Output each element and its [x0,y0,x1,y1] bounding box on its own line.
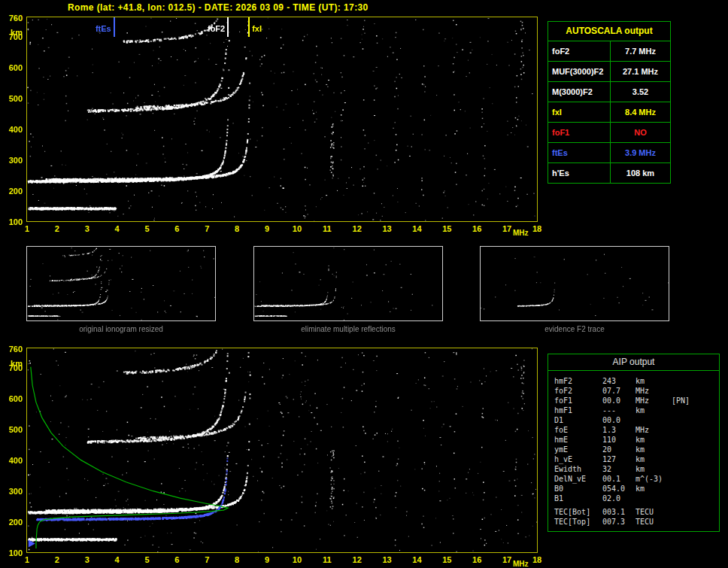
marker-fxI-line [248,17,250,37]
aip-row-Ewidth: Ewidth32km [554,464,719,474]
aip-row-label: B0 [554,484,602,494]
y-tick-label: 760 [2,345,23,354]
aip-row-value: --- [602,405,635,415]
aip-row-label: DelN_vE [554,474,602,484]
x-tick-label: 2 [50,555,64,564]
aip-row-value: 127 [602,454,635,464]
thumbnail-canvas-2 [254,247,442,320]
x-tick-label: 13 [381,555,394,564]
aip-row-unit: km [635,405,672,415]
x-tick-label: 10 [290,224,304,233]
aip-row-label: hmF1 [554,405,602,415]
aip-row-extra [672,507,719,517]
bottom-ionogram-panel [26,348,538,553]
aip-row-unit: MHz [635,396,672,405]
aip-row-ymE: ymE20km [554,445,719,454]
aip-row-label: hmE [554,435,602,445]
x-tick-label: 15 [440,224,453,233]
y-tick-label: 300 [2,156,23,165]
aip-row-value: 007.3 [602,517,635,527]
aip-row-unit: km [635,484,672,494]
aip-row-B0: B0054.0km [554,484,719,494]
x-tick-label: 11 [320,224,334,233]
aip-row-extra [672,376,719,386]
x-tick-label: 15 [440,555,453,564]
aip-row-extra [672,386,719,396]
x-tick-label: 10 [290,555,304,564]
y-tick-label: 700 [2,32,23,41]
aip-row-unit: m^(-3) [635,474,672,484]
x-tick-label: 8 [230,224,244,233]
autoscala-row-label: fxI [548,102,611,122]
aip-row-extra [672,445,719,454]
aip-row-extra [672,425,719,435]
x-tick-label: 6 [170,555,184,564]
autoscala-row-fxI: fxI8.4 MHz [548,102,670,123]
aip-row-unit: km [635,376,672,386]
aip-row-value: 003.1 [602,507,635,517]
aip-row-unit: TECU [635,507,672,517]
marker-foF2-label: foF2 [189,24,225,33]
thumbnail-label-3: evidence F2 trace [480,325,669,333]
aip-row-value: 00.0 [602,396,635,405]
autoscala-row-ftEs: ftEs3.9 MHz [548,143,670,163]
aip-row-unit [635,415,672,425]
autoscala-row-value: 8.4 MHz [611,102,670,122]
marker-ftEs-line [114,17,115,37]
x-tick-label: 18 [530,555,544,564]
y-tick-label: 400 [2,456,23,465]
x-tick-label: 16 [470,224,484,233]
x-tick-label: 12 [350,224,364,233]
autoscala-row-label: foF2 [548,41,611,61]
autoscala-row-MUF(3000)F2: MUF(3000)F227.1 MHz [548,62,670,82]
x-tick-label: 5 [141,555,154,564]
aip-row-extra [672,484,719,494]
aip-row-value: 02.0 [602,494,635,503]
aip-row-foF2: foF207.7MHz [554,386,719,396]
autoscala-row-foF2: foF27.7 MHz [548,41,670,62]
aip-row-unit: MHz [635,386,672,396]
aip-output-table: AIP output hmF2243kmfoF207.7MHzfoF100.0M… [548,354,720,532]
x-tick-label: 13 [381,224,394,233]
x-tick-label: 9 [260,555,274,564]
aip-row-value: 243 [602,376,635,386]
aip-row-label: D1 [554,415,602,425]
x-tick-label: 17 [500,555,514,564]
thumbnail-panel-2 [253,246,443,321]
x-tick-label: 4 [111,224,124,233]
aip-row-unit [635,494,672,503]
aip-row-label: hmF2 [554,376,602,386]
x-tick-label: 14 [410,555,423,564]
aip-row-hmF1: hmF1---km [554,405,719,415]
y-tick-label: 100 [2,217,23,226]
x-tick-label: 5 [141,224,154,233]
y-tick-label: 400 [2,125,23,134]
aip-row-extra [672,415,719,425]
y-tick-label: 200 [2,518,23,527]
marker-fxI-label: fxI [252,24,282,33]
aip-row-label: foF1 [554,396,602,405]
x-tick-label: 7 [200,555,214,564]
y-tick-label: 600 [2,394,23,403]
aip-row-extra [672,474,719,484]
aip-table-rows: hmF2243kmfoF207.7MHzfoF100.0MHz[PN]hmF1-… [548,371,719,527]
aip-row-extra [672,494,719,503]
autoscala-row-value: 3.9 MHz [611,143,670,163]
y-tick-label: 200 [2,187,23,196]
aip-row-h_vE: h_vE127km [554,454,719,464]
y-tick-label: 760 [2,14,23,23]
autoscala-row-value: 7.7 MHz [611,41,670,61]
x-tick-label: 16 [470,555,484,564]
top-ionogram-canvas [27,17,537,221]
marker-ftEs-label: ftEs [75,24,111,33]
aip-row-value: 07.7 [602,386,635,396]
x-tick-label: 3 [80,224,94,233]
aip-row-unit: TECU [635,517,672,527]
aip-row-TEC[Bot]: TEC[Bot]003.1TECU [554,507,719,517]
x-tick-label: 18 [530,224,544,233]
aip-row-value: 00.0 [602,415,635,425]
x-axis-unit: MHz [513,229,529,237]
aip-row-B1: B102.0 [554,494,719,503]
top-ionogram-panel [26,17,538,222]
aip-row-unit: km [635,464,672,474]
